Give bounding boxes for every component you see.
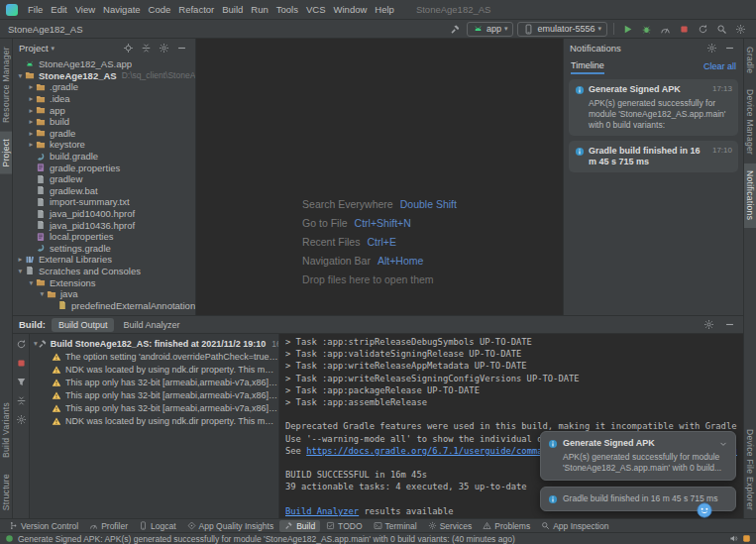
statusbar-logcat[interactable]: Logcat: [134, 520, 181, 532]
statusbar-profiler[interactable]: Profiler: [84, 520, 133, 532]
statusbar-build[interactable]: Build: [279, 520, 320, 532]
build-warning-row[interactable]: NDK was located by using ndk.dir propert…: [30, 363, 278, 376]
speaker-icon[interactable]: [729, 534, 738, 543]
status-message[interactable]: Generate Signed APK: APK(s) generated su…: [18, 534, 725, 544]
project-tree-item-extensions[interactable]: ▾Extensions: [13, 276, 195, 288]
project-tree-item-stoneage182-as[interactable]: ▾StoneAge182_ASD:\sq_client\StoneAge182_…: [13, 70, 195, 82]
hide-panel-button[interactable]: [722, 317, 737, 332]
window-title: StoneAge182_AS: [416, 4, 491, 15]
project-tree-item-predefinedexternalannotations-json[interactable]: predefinedExternalAnnotations.json: [13, 299, 195, 311]
notification-balloon[interactable]: Generate Signed APKAPK(s) generated succ…: [540, 431, 736, 481]
menu-vcs[interactable]: VCS: [302, 4, 330, 15]
menu-tools[interactable]: Tools: [272, 4, 302, 15]
statusbar-todo[interactable]: TODO: [321, 520, 367, 532]
project-tree-item-gradle[interactable]: ▸.gradle: [13, 81, 195, 93]
project-tree-item-settings-gradle[interactable]: settings.gradle: [13, 243, 195, 255]
device-select[interactable]: emulator-5556 ▾: [517, 22, 607, 37]
gradle-icon: [36, 243, 46, 253]
sync-project-button[interactable]: [696, 22, 710, 37]
build-warning-row[interactable]: This app only has 32-bit [armeabi,armeab…: [30, 401, 278, 414]
statusbar-problems[interactable]: Problems: [478, 520, 535, 532]
run-config-select[interactable]: app ▾: [467, 22, 514, 37]
project-tree-item-build-gradle[interactable]: build.gradle: [13, 151, 195, 163]
project-tree-item-gradlew[interactable]: gradlew: [13, 173, 195, 185]
build-stop-button[interactable]: [14, 356, 29, 371]
menu-build[interactable]: Build: [218, 4, 247, 15]
project-tree-item-local-properties[interactable]: local.properties: [13, 231, 195, 243]
build-warning-row[interactable]: The option setting 'android.overridePath…: [30, 350, 278, 363]
tool-tab-device-manager[interactable]: Device Manager: [744, 82, 756, 162]
tab-build-output[interactable]: Build Output: [52, 318, 115, 332]
project-tree-item-java-pid10400-hprof[interactable]: java_pid10400.hprof: [13, 208, 195, 220]
project-tree-item-gradle-properties[interactable]: gradle.properties: [13, 162, 195, 173]
project-tree-item-stoneage182-as-app[interactable]: StoneAge182_AS.app: [13, 58, 195, 70]
tree-item-label: keystore: [50, 139, 85, 150]
tool-tab-notifications[interactable]: Notifications: [744, 163, 756, 227]
breadcrumb[interactable]: StoneAge182_AS: [8, 24, 83, 35]
tool-tab-structure[interactable]: Structure: [0, 467, 12, 517]
tool-tab-build-variants[interactable]: Build Variants: [0, 395, 12, 465]
project-tree-item-gradle[interactable]: ▸gradle: [13, 128, 195, 140]
statusbar-services[interactable]: Services: [423, 520, 478, 532]
build-project-button[interactable]: [448, 22, 463, 37]
project-tree-item-external-libraries[interactable]: ▸External Libraries: [13, 254, 195, 266]
tool-tab-gradle[interactable]: Gradle: [744, 40, 756, 80]
select-opened-file-button[interactable]: [121, 41, 136, 55]
project-tree-item-scratches-and-consoles[interactable]: ▾Scratches and Consoles: [13, 266, 195, 277]
build-warning-row[interactable]: NDK was located by using ndk.dir propert…: [30, 414, 278, 427]
tab-build-analyzer[interactable]: Build Analyzer: [116, 318, 186, 332]
tool-tab-resource-manager[interactable]: Resource Manager: [0, 40, 12, 130]
hide-panel-button[interactable]: [722, 41, 737, 55]
search-everywhere-button[interactable]: [714, 22, 729, 37]
debug-button[interactable]: [639, 22, 654, 37]
build-collapse-button[interactable]: [14, 393, 29, 408]
run-button[interactable]: [620, 22, 635, 37]
project-tree-item-java-pid10436-hprof[interactable]: java_pid10436.hprof: [13, 219, 195, 231]
notification-card[interactable]: Gradle build finished in 16 m 45 s 715 m…: [569, 141, 738, 172]
statusbar-app-quality-insights[interactable]: App Quality Insights: [182, 520, 279, 532]
background-task-icon[interactable]: [742, 534, 751, 543]
menu-window[interactable]: Window: [330, 4, 372, 15]
build-warning-row[interactable]: This app only has 32-bit [armeabi,armeab…: [30, 376, 278, 388]
project-tree-item-gradlew-bat[interactable]: gradlew.bat: [13, 185, 195, 197]
project-tree-item-app[interactable]: ▸app: [13, 104, 195, 116]
profile-button[interactable]: [658, 22, 673, 37]
build-tree-root[interactable]: ▾ Build StoneAge182_AS: finished at 2021…: [30, 337, 278, 350]
project-tree-item-idea[interactable]: ▸.idea: [13, 93, 195, 105]
project-settings-button[interactable]: [157, 41, 171, 55]
menu-edit[interactable]: Edit: [47, 4, 70, 15]
notifications-settings-button[interactable]: [704, 41, 719, 55]
statusbar-app-inspection[interactable]: App Inspection: [536, 520, 613, 532]
hide-panel-button[interactable]: [174, 41, 189, 55]
menu-refactor[interactable]: Refactor: [174, 4, 218, 15]
build-gear-button[interactable]: [14, 412, 29, 427]
menu-help[interactable]: Help: [371, 4, 398, 15]
build-warning-row[interactable]: This app only has 32-bit [armeabi,armeab…: [30, 388, 278, 401]
menu-code[interactable]: Code: [145, 4, 175, 15]
build-settings-button[interactable]: [702, 317, 716, 332]
settings-button[interactable]: [733, 22, 748, 37]
project-view-selector[interactable]: Project ▾: [19, 43, 54, 54]
notification-card[interactable]: Generate Signed APK17:13APK(s) generated…: [569, 79, 738, 136]
collapse-all-button[interactable]: [139, 41, 154, 55]
build-funnel-button[interactable]: [14, 375, 29, 389]
build-sync-button[interactable]: [14, 337, 29, 352]
project-tree-item-java[interactable]: ▾java: [13, 288, 195, 300]
tool-tab-device-file-explorer[interactable]: Device File Explorer: [744, 422, 756, 517]
tool-tab-project[interactable]: Project: [0, 132, 12, 174]
stop-button[interactable]: [677, 22, 692, 37]
tab-timeline[interactable]: Timeline: [571, 58, 604, 74]
menu-navigate[interactable]: Navigate: [99, 4, 145, 15]
clear-all-link[interactable]: Clear all: [703, 61, 736, 71]
assistant-mascot-icon[interactable]: [697, 502, 712, 518]
statusbar-terminal[interactable]: Terminal: [369, 520, 422, 532]
project-tree-item-keystore[interactable]: ▸keystore: [13, 139, 195, 151]
project-tree-item-import-summary-txt[interactable]: import-summary.txt: [13, 196, 195, 208]
console-link[interactable]: Build Analyzer: [285, 506, 359, 516]
menu-file[interactable]: File: [24, 4, 47, 15]
notification-time: 17:13: [712, 84, 732, 93]
menu-run[interactable]: Run: [247, 4, 271, 15]
menu-view[interactable]: View: [71, 4, 99, 15]
statusbar-version-control[interactable]: Version Control: [4, 520, 83, 532]
project-tree-item-build[interactable]: ▸build: [13, 116, 195, 128]
